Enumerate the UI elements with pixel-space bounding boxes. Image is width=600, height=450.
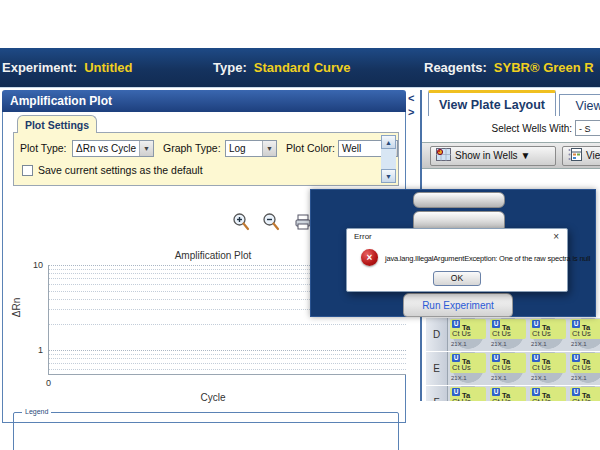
well-quantity-text: 21X.1 (571, 341, 587, 347)
plate-well[interactable]: UTaCt Us21X.1 (528, 386, 568, 401)
well-quantity-text: 21X.1 (531, 375, 547, 381)
plate-row-label[interactable]: F (426, 386, 448, 401)
plate-well[interactable]: UTaCt Us21X.1 (488, 318, 528, 351)
plot-type-value: ΔRn vs Cycle (76, 143, 136, 154)
type-value: Standard Curve (254, 60, 351, 75)
tab-plot-settings[interactable]: Plot Settings (17, 115, 97, 133)
tab-view-plate-layout[interactable]: View Plate Layout (428, 90, 556, 116)
unknown-task-icon: U (532, 388, 540, 396)
run-window-button[interactable] (413, 192, 505, 208)
well-label-block: UTaCt Us (490, 319, 526, 339)
well-label-block: UTaCt Us (450, 319, 486, 339)
well-label-block: UTaCt Us (450, 387, 486, 401)
unknown-task-icon: U (532, 354, 540, 362)
plot-color-value: Well (342, 143, 361, 154)
plate-well[interactable]: UTaCt Us21X.1 (448, 386, 488, 401)
scroll-down-icon[interactable]: ▼ (381, 169, 396, 183)
well-sample-text: Ct Us (452, 397, 484, 401)
unknown-task-icon: U (572, 388, 580, 396)
select-wells-dropdown[interactable]: - S (575, 120, 600, 136)
unknown-task-icon: U (452, 388, 460, 396)
plate-row: EUTaCt Us21X.1UTaCt Us21X.1UTaCt Us21X.1… (426, 352, 600, 386)
well-sample-text: Ct Us (492, 397, 524, 401)
well-label-block: UTaCt Us (530, 319, 566, 339)
dialog-title: Error (354, 232, 372, 241)
reagents-value: SYBR® Green R (494, 60, 594, 75)
close-icon[interactable]: × (553, 231, 559, 242)
graph-type-dropdown[interactable]: Log ▼ (225, 140, 277, 157)
y-tick-1: 1 (17, 345, 43, 355)
graph-type-label: Graph Type: (163, 140, 221, 157)
collapse-right-icon[interactable]: > (408, 106, 414, 118)
error-icon: × (361, 249, 378, 266)
zoom-out-icon[interactable] (261, 212, 281, 232)
plate-well[interactable]: UTaCt Us21X.1 (528, 318, 568, 351)
experiment-header-bar: Experiment:Untitled Type:Standard Curve … (0, 48, 600, 88)
plate-well[interactable]: UTaCt Us21X.1 (568, 352, 600, 385)
save-default-label: Save current settings as the default (38, 164, 203, 176)
panel-title: Amplification Plot (2, 90, 406, 112)
unknown-task-icon: U (572, 320, 580, 328)
select-wells-label: Select Wells With: (492, 123, 572, 134)
ok-button[interactable]: OK (433, 271, 481, 286)
experiment-value: Untitled (84, 60, 132, 75)
plate-row-label[interactable]: E (426, 352, 448, 385)
plate-grid: DUTaCt Us21X.1UTaCt Us21X.1UTaCt Us21X.1… (426, 318, 600, 401)
plate-well[interactable]: UTaCt Us21X.1 (528, 352, 568, 385)
plate-well[interactable]: UTaCt Us21X.1 (488, 352, 528, 385)
unknown-task-icon: U (532, 320, 540, 328)
well-sample-text: Ct Us (452, 329, 484, 338)
plate-well[interactable]: UTaCt Us21X.1 (448, 318, 488, 351)
plate-well[interactable]: UTaCt Us21X.1 (488, 386, 528, 401)
y-tick-10: 10 (17, 260, 43, 270)
reagents-label: Reagents: (424, 60, 487, 75)
well-sample-text: Ct Us (452, 363, 484, 372)
well-sample-text: Ct Us (492, 329, 524, 338)
scroll-up-icon[interactable]: ▲ (381, 135, 396, 149)
show-in-wells-label: Show in Wells ▼ (455, 150, 530, 161)
plate-well[interactable]: UTaCt Us21X.1 (568, 318, 600, 351)
save-default-checkbox[interactable] (22, 165, 33, 176)
unknown-task-icon: U (452, 320, 460, 328)
experiment-label: Experiment: (2, 60, 77, 75)
plate-well[interactable]: UTaCt Us21X.1 (448, 352, 488, 385)
well-label-block: UTaCt Us (490, 387, 526, 401)
run-experiment-button[interactable]: Run Experiment (403, 293, 513, 317)
well-sample-text: Ct Us (532, 363, 564, 372)
plot-settings-box: Plot Type: ΔRn vs Cycle ▼ Graph Type: Lo… (13, 132, 399, 186)
legend-box: Legend (13, 412, 399, 450)
well-sample-text: Ct Us (492, 363, 524, 372)
well-sample-text: Ct Us (572, 397, 600, 401)
collapse-left-icon[interactable]: < (408, 92, 414, 104)
well-label-block: UTaCt Us (570, 387, 600, 401)
well-sample-text: Ct Us (532, 329, 564, 338)
plate-well[interactable]: UTaCt Us21X.1 (568, 386, 600, 401)
plate-row: DUTaCt Us21X.1UTaCt Us21X.1UTaCt Us21X.1… (426, 318, 600, 352)
plate-row: FUTaCt Us21X.1UTaCt Us21X.1UTaCt Us21X.1… (426, 386, 600, 401)
error-message: java.lang.IllegalArgumentException: One … (385, 254, 590, 263)
plot-settings-row: Plot Type: ΔRn vs Cycle ▼ Graph Type: Lo… (20, 140, 386, 157)
error-dialog: Error × × java.lang.IllegalArgumentExcep… (346, 228, 568, 292)
chevron-down-icon: ▼ (262, 141, 276, 156)
type-label: Type: (213, 60, 247, 75)
well-sample-text: Ct Us (572, 329, 600, 338)
plate-toolbar: Show in Wells ▼ View L (422, 142, 600, 169)
settings-scrollbar[interactable]: ▲ ▼ (381, 135, 396, 183)
well-label-block: UTaCt Us (450, 353, 486, 373)
well-sample-text: Ct Us (532, 397, 564, 401)
well-quantity-text: 21X.1 (451, 341, 467, 347)
well-quantity-text: 21X.1 (531, 341, 547, 347)
plate-row-label[interactable]: D (426, 318, 448, 351)
table-icon (568, 148, 582, 167)
well-quantity-text: 21X.1 (571, 375, 587, 381)
unknown-task-icon: U (492, 354, 500, 362)
plate-rows: DUTaCt Us21X.1UTaCt Us21X.1UTaCt Us21X.1… (426, 318, 600, 401)
view-legend-button[interactable]: View L (562, 146, 600, 166)
tab-view-well-table[interactable]: View (559, 94, 600, 116)
select-wells-value: - S (579, 124, 591, 134)
show-in-wells-button[interactable]: Show in Wells ▼ (430, 146, 556, 166)
experiment-field: Experiment:Untitled (2, 48, 133, 88)
zoom-in-icon[interactable] (231, 212, 251, 232)
plot-type-dropdown[interactable]: ΔRn vs Cycle ▼ (72, 140, 154, 157)
unknown-task-icon: U (492, 388, 500, 396)
